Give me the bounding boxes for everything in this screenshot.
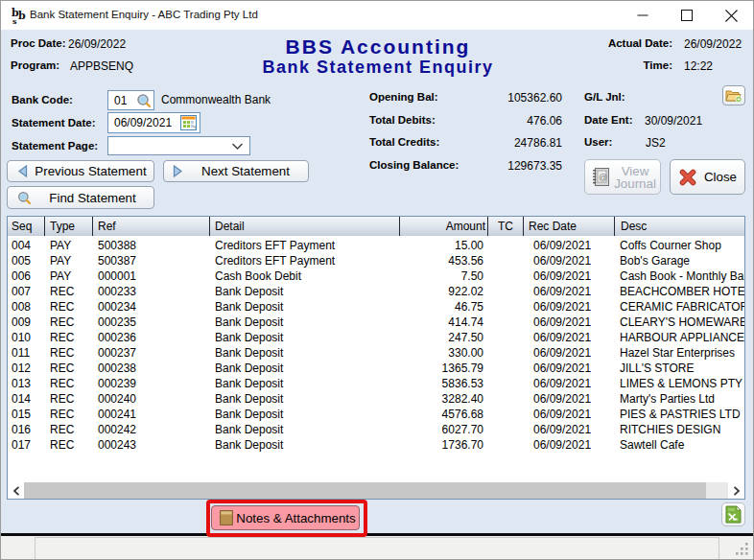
time-value: 12:22 — [684, 59, 713, 73]
column-header-seq: Seq — [8, 217, 45, 236]
scrollbar-track[interactable] — [24, 482, 728, 499]
cell-amount: 922.02 — [400, 284, 488, 299]
bank-code-lookup-icon[interactable] — [136, 93, 152, 108]
cell-detail: Bank Deposit — [210, 361, 400, 376]
next-statement-label: Next Statement — [183, 164, 308, 178]
svg-text:s: s — [12, 16, 17, 25]
cell-type: REC — [45, 422, 93, 437]
gl-journal-folder-button[interactable] — [722, 85, 745, 105]
next-statement-button[interactable]: Next Statement — [163, 160, 309, 182]
table-row[interactable]: 011REC000237Bank Deposit330.0006/09/2021… — [8, 345, 744, 361]
maximize-icon — [681, 10, 693, 21]
statement-date-field[interactable]: 06/09/2021 — [107, 112, 200, 133]
cell-recdate: 06/09/2021 — [524, 315, 615, 330]
cell-amount: 453.56 — [400, 253, 488, 268]
total-debits-label: Total Debits: — [369, 114, 436, 126]
program-value: APPBSENQ — [70, 59, 133, 73]
cell-amount: 5836.53 — [400, 376, 488, 391]
table-row[interactable]: 010REC000236Bank Deposit247.5006/09/2021… — [8, 330, 744, 345]
cell-desc: LIMES & LEMONS PTY LTD — [615, 376, 744, 391]
find-statement-button[interactable]: Find Statement — [7, 186, 154, 209]
cell-amount: 414.74 — [400, 315, 488, 330]
table-row[interactable]: 013REC000239Bank Deposit5836.5306/09/202… — [8, 376, 744, 391]
close-button[interactable]: Close — [670, 159, 745, 195]
cell-recdate: 06/09/2021 — [524, 422, 615, 437]
cell-desc: HARBOUR APPLIANCES — [615, 330, 744, 345]
resize-grip[interactable] — [734, 541, 749, 556]
cell-type: PAY — [45, 268, 93, 284]
cell-ref: 000242 — [93, 422, 210, 437]
cell-recdate: 06/09/2021 — [524, 376, 615, 391]
scrollbar-thumb[interactable] — [24, 482, 706, 499]
cell-amount: 330.00 — [400, 345, 488, 361]
cell-amount: 15.00 — [400, 238, 488, 253]
cell-ref: 000001 — [93, 268, 210, 284]
notes-attachments-button[interactable]: Notes & Attachments — [211, 505, 360, 530]
previous-statement-label: Previous Statement — [28, 164, 153, 178]
table-row[interactable]: 006PAY000001Cash Book Debit7.5006/09/202… — [8, 268, 744, 284]
cell-ref: 000233 — [93, 284, 210, 299]
cell-ref: 000239 — [93, 376, 210, 391]
cell-ref: 500388 — [93, 238, 210, 253]
cell-detail: Bank Deposit — [210, 407, 400, 422]
proc-date-label: Proc Date: — [11, 37, 66, 49]
minimize-button[interactable] — [621, 1, 665, 30]
table-row[interactable]: 009REC000235Bank Deposit414.7406/09/2021… — [8, 315, 744, 330]
cell-desc: Bob's Garage — [615, 253, 744, 268]
table-row[interactable]: 004PAY500388Creditors EFT Payment15.0006… — [8, 238, 744, 253]
cell-ref: 000234 — [93, 299, 210, 315]
table-row[interactable]: 005PAY500387Creditors EFT Payment453.560… — [8, 253, 744, 268]
calendar-icon[interactable] — [180, 115, 197, 130]
cell-desc: RITCHIES DESIGN — [615, 422, 744, 437]
table-row[interactable]: 012REC000238Bank Deposit1365.7906/09/202… — [8, 361, 744, 376]
scroll-left-button[interactable] — [8, 482, 24, 499]
table-header-row: Seq Type Ref Detail Amount TC Rec Date D… — [8, 217, 744, 236]
statement-page-label: Statement Page: — [12, 140, 98, 152]
view-journal-label: ViewJournal — [610, 165, 660, 190]
cell-detail: Bank Deposit — [210, 330, 400, 345]
table-row[interactable]: 016REC000242Bank Deposit6027.7006/09/202… — [8, 422, 744, 437]
statement-page-select[interactable] — [107, 136, 250, 155]
cell-amount: 7.50 — [400, 268, 488, 284]
table-row[interactable]: 014REC000240Bank Deposit3282.4006/09/202… — [8, 391, 744, 407]
chevron-down-icon — [231, 142, 244, 151]
scroll-right-button[interactable] — [728, 482, 744, 499]
cell-seq: 006 — [8, 268, 45, 284]
cell-tc — [488, 268, 524, 284]
chevron-right-icon — [733, 486, 741, 496]
table-row[interactable]: 017REC000243Bank Deposit1736.7006/09/202… — [8, 437, 744, 453]
cell-type: REC — [45, 437, 93, 453]
table-row[interactable]: 007REC000233Bank Deposit922.0206/09/2021… — [8, 284, 744, 299]
close-window-button[interactable] — [709, 1, 753, 30]
table-row[interactable]: 015REC000241Bank Deposit4576.6806/09/202… — [8, 407, 744, 422]
cell-detail: Bank Deposit — [210, 315, 400, 330]
cell-desc: Coffs Courner Shop — [615, 238, 744, 253]
proc-date-value: 26/09/2022 — [68, 37, 126, 51]
screen-title: Bank Statement Enquiry — [234, 58, 522, 77]
cell-ref: 000241 — [93, 407, 210, 422]
horizontal-scrollbar[interactable] — [8, 482, 744, 499]
cell-tc — [488, 284, 524, 299]
export-excel-button[interactable] — [721, 502, 745, 526]
bank-code-value: 01 — [114, 94, 127, 107]
program-label: Program: — [11, 59, 59, 71]
cell-recdate: 06/09/2021 — [524, 299, 615, 315]
date-ent-value: 30/09/2021 — [645, 114, 702, 128]
svg-text:@: @ — [599, 173, 607, 182]
cell-tc — [488, 238, 524, 253]
close-x-icon — [679, 169, 696, 186]
cell-desc: PIES & PASTRIES LTD — [615, 407, 744, 422]
cell-tc — [488, 407, 524, 422]
cell-amount: 247.50 — [400, 330, 488, 345]
cell-ref: 000240 — [93, 391, 210, 407]
bank-code-field[interactable]: 01 — [107, 90, 154, 110]
cell-tc — [488, 299, 524, 315]
table-row[interactable]: 008REC000234Bank Deposit46.7506/09/2021C… — [8, 299, 744, 315]
cell-recdate: 06/09/2021 — [524, 437, 615, 453]
column-header-detail: Detail — [210, 217, 400, 236]
maximize-button[interactable] — [665, 1, 709, 30]
previous-statement-button[interactable]: Previous Statement — [7, 160, 154, 182]
actual-date-value: 26/09/2022 — [684, 37, 742, 51]
app-logo-icon: b b s — [12, 7, 29, 25]
view-journal-button[interactable]: @ ViewJournal — [584, 159, 661, 195]
